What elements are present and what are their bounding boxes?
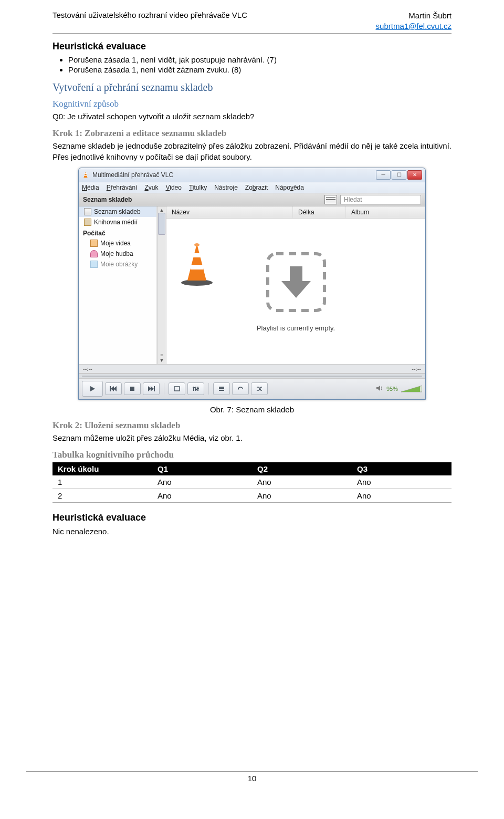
menu-sound[interactable]: Zvuk bbox=[144, 184, 158, 191]
scroll-up-icon[interactable]: ▲ bbox=[160, 208, 164, 213]
step1-text: Sezname skladeb je jednoduše zobraziteln… bbox=[52, 141, 452, 162]
control-separator-2 bbox=[208, 383, 209, 395]
svg-rect-26 bbox=[219, 390, 224, 391]
sidebar-group-computer: Počítač bbox=[79, 227, 156, 238]
library-icon bbox=[84, 219, 91, 226]
menu-video[interactable]: Video bbox=[165, 184, 181, 191]
sidebar-label-pictures: Moie obrázky bbox=[100, 261, 138, 268]
scroll-down-icon[interactable]: ▼ bbox=[160, 358, 164, 363]
table-header-row: Krok úkolu Q1 Q2 Q3 bbox=[52, 462, 452, 475]
svg-rect-1 bbox=[85, 173, 87, 174]
menu-subs[interactable]: Titulky bbox=[189, 184, 207, 191]
svg-rect-13 bbox=[130, 387, 134, 391]
cognitive-method-heading: Kognitivní způsob bbox=[52, 99, 452, 109]
step1-heading: Krok 1: Zobrazení a editace seznamu skla… bbox=[52, 128, 452, 139]
seek-slider[interactable] bbox=[79, 374, 425, 379]
vlc-playlist-header: Seznam skladeb Hledat bbox=[79, 193, 425, 206]
svg-marker-0 bbox=[84, 172, 88, 178]
time-elapsed: --:-- bbox=[83, 366, 92, 372]
col-album[interactable]: Album bbox=[346, 206, 425, 218]
scroll-grip-icon[interactable]: ≡ bbox=[160, 353, 163, 358]
next-button[interactable] bbox=[143, 382, 160, 395]
minimize-button[interactable]: ─ bbox=[376, 170, 391, 180]
col-length[interactable]: Délka bbox=[293, 206, 346, 218]
figure-caption: Obr. 7: Seznam skladeb bbox=[52, 405, 452, 414]
playlist-view-toggle-icon[interactable] bbox=[324, 195, 337, 204]
table-row: 2 Ano Ano Ano bbox=[52, 489, 452, 503]
page-number: 10 bbox=[248, 774, 257, 783]
cell-step2: 2 bbox=[52, 489, 152, 503]
vlc-time-bar: --:-- --:-- bbox=[79, 365, 425, 374]
svg-rect-21 bbox=[193, 387, 195, 388]
menu-help[interactable]: Nápověda bbox=[275, 184, 304, 191]
menu-view[interactable]: Zobrazit bbox=[245, 184, 268, 191]
fullscreen-button[interactable] bbox=[169, 382, 185, 395]
playlist-empty-area[interactable]: Playlist is currently empty. bbox=[166, 219, 425, 364]
menu-tools[interactable]: Nástroje bbox=[214, 184, 238, 191]
loop-button[interactable] bbox=[232, 382, 249, 395]
cell-2-q1: Ano bbox=[152, 489, 252, 503]
col-name[interactable]: Název bbox=[166, 206, 293, 218]
th-step: Krok úkolu bbox=[52, 462, 152, 475]
volume-slider[interactable] bbox=[401, 385, 422, 392]
svg-rect-23 bbox=[197, 388, 199, 389]
svg-rect-10 bbox=[110, 386, 111, 391]
vlc-logo-icon bbox=[82, 171, 89, 179]
menu-play[interactable]: Přehrávání bbox=[107, 184, 138, 191]
vlc-menubar: Média Přehrávání Zvuk Video Titulky Nást… bbox=[79, 182, 425, 193]
playlist-columns: Název Délka Album bbox=[166, 206, 425, 219]
cell-1-q2: Ano bbox=[252, 475, 352, 489]
stop-button[interactable] bbox=[124, 382, 141, 395]
sidebar-item-videos[interactable]: Moje videa bbox=[79, 238, 156, 248]
table-row: 1 Ano Ano Ano bbox=[52, 475, 452, 489]
heur-eval-heading-2: Heuristická evaluace bbox=[52, 512, 452, 523]
th-q1: Q1 bbox=[152, 462, 252, 475]
sidebar-item-library[interactable]: Knihovna médií bbox=[79, 217, 156, 227]
cell-1-q1: Ano bbox=[152, 475, 252, 489]
volume-percent: 95% bbox=[386, 386, 398, 392]
pictures-icon bbox=[90, 261, 98, 268]
th-q2: Q2 bbox=[252, 462, 352, 475]
playlist-search-input[interactable]: Hledat bbox=[340, 195, 421, 204]
sidebar-item-playlist[interactable]: Seznam skladeb bbox=[79, 206, 156, 217]
playlist-title: Seznam skladeb bbox=[83, 196, 321, 203]
playlist-empty-text: Playlist is currently empty. bbox=[257, 324, 335, 332]
svg-marker-28 bbox=[376, 386, 380, 391]
menu-media[interactable]: Média bbox=[82, 184, 99, 191]
doc-email-link[interactable]: subrtma1@fel.cvut.cz bbox=[376, 22, 452, 30]
svg-point-7 bbox=[194, 243, 200, 246]
scroll-thumb[interactable] bbox=[158, 213, 165, 235]
vlc-controls: 95% bbox=[79, 379, 425, 399]
svg-rect-6 bbox=[191, 265, 203, 269]
svg-rect-24 bbox=[219, 387, 224, 388]
cell-2-q3: Ano bbox=[352, 489, 452, 503]
svg-rect-17 bbox=[174, 387, 180, 391]
sidebar-label-videos: Moje videa bbox=[100, 240, 131, 247]
heur-eval-heading: Heuristická evaluace bbox=[52, 41, 452, 52]
svg-marker-12 bbox=[111, 386, 114, 391]
ext-settings-button[interactable] bbox=[187, 382, 204, 395]
maximize-button[interactable]: ☐ bbox=[392, 170, 406, 180]
speaker-icon[interactable] bbox=[376, 385, 383, 392]
svg-marker-9 bbox=[90, 386, 95, 391]
prev-button[interactable] bbox=[105, 382, 122, 395]
playlist-button[interactable] bbox=[213, 382, 230, 395]
page-header: Testování uživatelského rozhraní video p… bbox=[52, 11, 452, 34]
cell-step1: 1 bbox=[52, 475, 152, 489]
svg-rect-22 bbox=[195, 389, 197, 390]
sidebar-item-music[interactable]: Moje hudba bbox=[79, 248, 156, 259]
drop-arrow-icon bbox=[265, 251, 328, 314]
cell-2-q2: Ano bbox=[252, 489, 352, 503]
shuffle-button[interactable] bbox=[251, 382, 268, 395]
doc-title: Testování uživatelského rozhraní video p… bbox=[52, 11, 247, 31]
cog-table-heading: Tabulka kognitivního průchodu bbox=[52, 450, 452, 460]
step2-text: Seznam můžeme uložit přes záložku Média,… bbox=[52, 433, 452, 443]
vlc-titlebar: Multimediální přehrávač VLC ─ ☐ ✕ bbox=[79, 168, 425, 182]
sidebar-scrollbar[interactable]: ▲ ≡ ▼ bbox=[157, 206, 166, 364]
play-button[interactable] bbox=[82, 381, 103, 397]
sidebar-item-pictures[interactable]: Moie obrázky bbox=[79, 259, 156, 269]
q0-text: Q0: Je uživatel schopen vytvořit a uloži… bbox=[52, 111, 452, 122]
svg-marker-4 bbox=[187, 244, 206, 281]
control-separator bbox=[164, 383, 164, 395]
close-button[interactable]: ✕ bbox=[407, 170, 422, 180]
